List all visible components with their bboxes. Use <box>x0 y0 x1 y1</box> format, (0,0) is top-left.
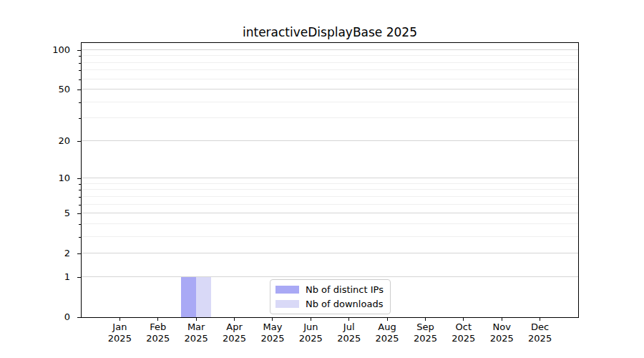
bar-downloads-mar-2025 <box>196 277 211 317</box>
y-minor-tick <box>79 118 81 119</box>
y-minor-gridline <box>82 79 578 79</box>
y-minor-gridline <box>82 62 578 63</box>
y-minor-tick <box>79 224 81 225</box>
y-major-tick <box>77 178 81 179</box>
y-minor-gridline <box>82 69 578 70</box>
y-tick-label: 50 <box>0 84 70 95</box>
legend-label-distinct-ips: Nb of distinct IPs <box>306 284 384 296</box>
y-minor-tick <box>79 184 81 185</box>
y-minor-tick <box>79 190 81 190</box>
x-tick-label: Dec2025 <box>515 321 565 344</box>
y-minor-gridline <box>82 55 578 56</box>
y-minor-gridline <box>82 204 578 205</box>
y-tick-label: 20 <box>0 135 70 147</box>
y-major-tick <box>77 141 81 142</box>
y-minor-tick <box>79 79 81 80</box>
y-minor-gridline <box>82 117 578 118</box>
y-tick-label: 2 <box>0 248 70 259</box>
y-minor-gridline <box>82 189 578 190</box>
y-minor-tick <box>79 237 81 238</box>
legend: Nb of distinct IPs Nb of downloads <box>270 279 391 314</box>
y-tick-label: 10 <box>0 173 70 184</box>
y-tick-label: 5 <box>0 208 70 219</box>
y-major-tick <box>77 90 81 90</box>
y-major-gridline <box>82 253 578 253</box>
y-major-gridline <box>82 89 578 90</box>
y-minor-tick <box>79 197 81 198</box>
x-tick <box>425 318 426 321</box>
y-major-gridline <box>82 213 578 213</box>
x-tick <box>502 318 502 321</box>
chart-title: interactiveDisplayBase 2025 <box>81 24 579 40</box>
y-minor-gridline <box>82 183 578 184</box>
y-minor-tick <box>79 102 81 103</box>
legend-item-distinct-ips: Nb of distinct IPs <box>275 284 384 296</box>
y-major-tick <box>77 277 81 278</box>
x-tick <box>119 318 120 321</box>
y-minor-tick <box>79 63 81 64</box>
y-major-tick <box>77 50 81 51</box>
y-minor-tick <box>79 56 81 57</box>
x-tick <box>196 318 197 321</box>
bar-distinct-ips-mar-2025 <box>181 277 196 317</box>
y-major-tick <box>77 317 81 318</box>
y-major-gridline <box>82 49 578 50</box>
y-minor-gridline <box>82 223 578 224</box>
y-major-gridline <box>82 178 578 178</box>
x-tick <box>348 318 349 321</box>
y-minor-tick <box>79 70 81 71</box>
y-major-gridline <box>82 276 578 277</box>
x-tick-label-month: Dec <box>515 321 565 333</box>
figure: interactiveDisplayBase 2025 012510205010… <box>0 0 644 358</box>
legend-label-downloads: Nb of downloads <box>306 298 383 310</box>
y-tick-label: 1 <box>0 271 70 283</box>
y-minor-gridline <box>82 102 578 102</box>
x-tick <box>463 318 464 321</box>
legend-swatch-distinct-ips <box>275 286 299 294</box>
y-minor-tick <box>79 205 81 205</box>
y-tick-label: 100 <box>0 44 70 56</box>
x-tick <box>157 318 158 321</box>
legend-swatch-downloads <box>275 300 299 308</box>
x-tick <box>234 318 235 321</box>
legend-item-downloads: Nb of downloads <box>275 298 384 310</box>
x-tick <box>540 318 540 321</box>
x-tick <box>387 318 388 321</box>
x-tick-label-year: 2025 <box>515 333 565 344</box>
y-major-tick <box>77 253 81 254</box>
y-major-tick <box>77 213 81 214</box>
y-minor-gridline <box>82 236 578 237</box>
y-major-gridline <box>82 140 578 141</box>
y-tick-label: 0 <box>0 311 70 323</box>
y-minor-gridline <box>82 196 578 197</box>
x-tick <box>311 318 311 321</box>
plot-area <box>81 42 579 318</box>
x-tick <box>272 318 273 321</box>
